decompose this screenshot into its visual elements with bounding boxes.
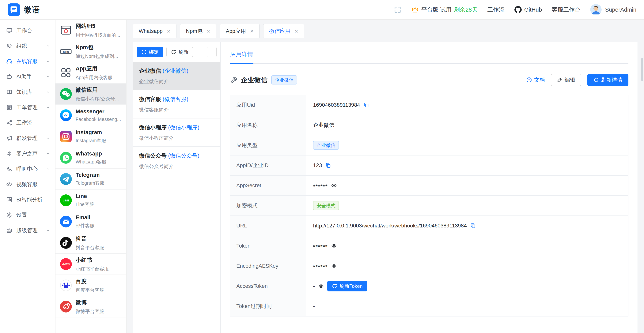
scrollbar-thumb[interactable] [641,58,643,81]
channel-item-wechat[interactable]: 微信应用微信小程序/公众号... [56,83,126,105]
eye-icon[interactable] [331,263,337,269]
app-list-item-wechat-mini[interactable]: 微信小程序 (微信小程序)微信小程序简介 [133,118,220,147]
eye-icon[interactable] [331,183,337,188]
copy-icon[interactable] [470,223,476,229]
refresh-button[interactable]: 刷新 [166,47,193,57]
detail-value: - [313,283,315,289]
app-type-link[interactable]: (微信公众号) [168,153,199,159]
channel-text: WhatsappWhatsapp客服 [76,151,106,165]
channel-item-website[interactable]: 网站/H5用于网站/H5页面的... [56,20,126,41]
sidebar-item-kb[interactable]: 知识库 [0,84,55,100]
app-body: 工作台组织在线客服AI助手知识库工单管理工作流群发管理客户之声呼叫中心视频客服B… [0,20,644,333]
channel-item-npm[interactable]: npmNpm包通过Npm包集成到... [56,41,126,62]
channel-item-email[interactable]: Email邮件客服 [56,211,126,232]
channel-item-messenger[interactable]: MessengerFacebook Messeng... [56,105,126,126]
channel-item-telegram[interactable]: TelegramTelegram客服 [56,169,126,190]
nav-agent-workbench[interactable]: 客服工作台 [552,6,580,14]
eye-icon[interactable] [331,243,337,249]
app-type-link[interactable]: (微信小程序) [168,124,199,130]
chevron-down-icon [46,167,50,171]
copy-icon[interactable] [326,163,331,168]
more-button[interactable] [207,47,216,57]
tab-app[interactable]: App应用× [220,24,260,38]
app-logo-icon[interactable] [8,3,20,16]
chevron-down-icon [46,105,50,110]
app-list-item-wework[interactable]: 企业微信 (企业微信)企业微信简介 [133,62,220,90]
user-menu[interactable]: SuperAdmin [590,4,636,15]
channel-item-baidu[interactable]: 百度百度平台客服 [56,275,126,296]
tab-whatsapp[interactable]: Whatsapp× [132,24,176,38]
detail-label: 应用名称 [230,115,306,135]
sidebar-item-flow[interactable]: 工作流 [0,115,55,130]
close-icon[interactable]: × [295,28,298,34]
app-list-item-wechat-kf[interactable]: 微信客服 (微信客服)微信客服简介 [133,90,220,118]
close-icon[interactable]: × [207,28,210,34]
sidebar-item-broadcast[interactable]: 群发管理 [0,130,55,146]
nav-workflow[interactable]: 工作流 [488,6,504,14]
detail-label: Token [230,236,306,256]
sidebar-item-voice[interactable]: 客户之声 [0,146,55,161]
sidebar-item-workbench[interactable]: 工作台 [0,23,55,38]
edit-button[interactable]: 编辑 [551,74,581,86]
app-type-link[interactable]: (企业微信) [162,68,188,74]
sidebar-item-video[interactable]: 视频客服 [0,177,55,192]
channel-desc: Facebook Messeng... [76,117,121,122]
sidebar-item-label: 呼叫中心 [16,165,38,173]
detail-label: AccessToken [230,276,306,296]
sidebar-item-ai[interactable]: AI助手 [0,69,55,84]
org-icon [6,43,12,49]
sidebar-item-admin[interactable]: 超级管理 [0,223,55,238]
detail-value-cell: ****** [306,256,628,276]
tab-label: App应用 [226,27,246,35]
fullscreen-icon[interactable] [394,6,402,14]
channel-item-instagram[interactable]: InstagramInstagram客服 [56,126,126,147]
channel-text: 抖音抖音平台客服 [76,235,104,251]
app-type-link[interactable]: (微信客服) [162,96,188,102]
channel-item-whatsapp[interactable]: WhatsappWhatsapp客服 [56,147,126,169]
email-icon [60,216,72,227]
app-list-item-wechat-mp[interactable]: 微信公众号 (微信公众号)微信公众号简介 [133,147,220,175]
browser-icon [60,24,72,36]
sidebar-item-bi[interactable]: BI智能分析 [0,192,55,207]
chevron-down-icon [46,90,50,94]
detail-value: http://127.0.0.1:9003/wechat/work/webhoo… [313,223,467,229]
detail-row: Token过期时间- [230,296,628,316]
megaphone-icon [6,135,12,141]
doc-link[interactable]: ? 文档 [526,76,545,83]
channel-desc: 百度平台客服 [76,287,104,293]
detail-value: ****** [313,182,328,189]
close-icon[interactable]: × [250,28,254,34]
plan-badge[interactable]: 平台版 试用 剩余28天 [412,6,478,14]
channel-text: 小红书小红书平台客服 [76,256,109,272]
channel-item-app[interactable]: App应用App应用内嵌客服 [56,62,126,83]
refresh-token-button[interactable]: 刷新Token [327,281,367,292]
sidebar-item-ticket[interactable]: 工单管理 [0,100,55,115]
bind-button[interactable]: 绑定 [137,47,163,57]
detail-header: 企业微信 企业微信 ? 文档 编辑 [230,74,628,86]
detail-value-cell: ****** [306,236,628,256]
sidebar-item-online[interactable]: 在线客服 [0,53,55,69]
copy-icon[interactable] [364,102,369,108]
sidebar-item-settings[interactable]: 设置 [0,207,55,223]
tab-wechat[interactable]: 微信应用× [263,24,304,38]
detail-row: EncodingAESKey****** [230,256,628,276]
plus-circle-icon [141,49,147,55]
chevron-down-icon [46,151,50,156]
eye-icon[interactable] [318,283,324,289]
channel-item-douyin[interactable]: 抖音抖音平台客服 [56,232,126,254]
sidebar-item-org[interactable]: 组织 [0,38,55,53]
nav-github[interactable]: GitHub [514,6,542,13]
sidebar-item-label: 超级管理 [16,227,38,234]
channel-item-line[interactable]: LINELineLine客服 [56,190,126,211]
close-icon[interactable]: × [167,28,170,34]
channel-item-xiaohongshu[interactable]: 小红书小红书小红书平台客服 [56,254,126,275]
detail-value: 1690460389113984 [313,102,360,108]
telegram-icon [60,173,72,185]
channel-item-weibo[interactable]: 微博微博平台客服 [56,296,126,318]
refresh-detail-button[interactable]: 刷新详情 [588,74,628,86]
sidebar-item-call[interactable]: 呼叫中心 [0,161,55,177]
xiaohongshu-icon: 小红书 [60,258,72,270]
tab-app-detail[interactable]: 应用详情 [230,47,254,64]
tab-npm[interactable]: Npm包× [180,24,216,38]
detail-panel: 应用详情 企业微信 企业微信 ? 文档 [221,42,638,333]
